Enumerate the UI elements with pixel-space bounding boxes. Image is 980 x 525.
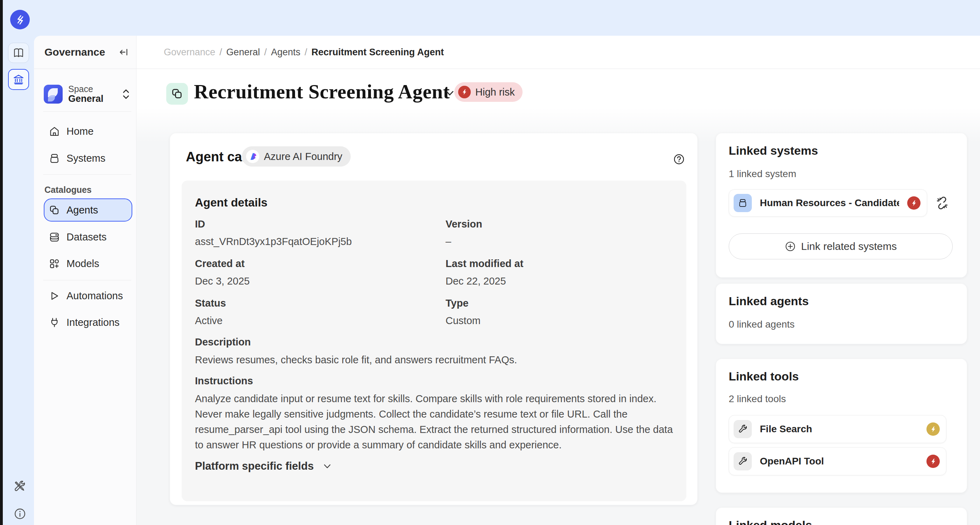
sidebar: Governance Space General (34, 36, 137, 525)
datasets-icon (49, 232, 60, 243)
breadcrumb-separator: / (264, 47, 267, 58)
chevron-up-down-icon (121, 88, 130, 100)
linked-tool-name: File Search (760, 423, 918, 435)
integrations-icon (49, 317, 60, 328)
docs-rail-button[interactable] (8, 43, 29, 63)
field-type: Type Custom (445, 298, 676, 326)
sidebar-item-home[interactable]: Home (34, 121, 133, 141)
plus-circle-icon (785, 241, 796, 252)
system-icon (733, 194, 752, 212)
risk-badge: High risk (454, 82, 523, 102)
sidebar-item-label: Models (67, 258, 99, 269)
sidebar-header: Governance (45, 44, 130, 60)
description-text: Reviews resumes, checks basic role fit, … (195, 352, 675, 368)
field-id: ID asst_VRnDt3yx1p3FqatOEjoKPj5b (195, 218, 426, 247)
sidebar-item-label: Home (67, 126, 94, 137)
field-last-modified: Last modified at Dec 22, 2025 (445, 258, 676, 287)
risk-bolt-icon (458, 86, 471, 99)
content-window: Governance Space General (34, 36, 980, 525)
bank-icon (13, 74, 24, 85)
high-risk-bolt-icon (907, 196, 921, 210)
platform-fields-label: Platform specific fields (195, 460, 313, 473)
platform-specific-fields-toggle[interactable]: Platform specific fields (195, 460, 332, 473)
sidebar-item-systems[interactable]: Systems (34, 148, 133, 168)
sidebar-item-integrations[interactable]: Integrations (34, 313, 133, 332)
high-risk-bolt-icon (926, 455, 940, 468)
sidebar-item-datasets[interactable]: Datasets (34, 227, 133, 247)
linked-agents-count: 0 linked agents (729, 319, 794, 330)
breadcrumb-separator: / (220, 47, 222, 58)
medium-risk-bolt-icon (926, 422, 940, 436)
space-value: General (68, 94, 116, 104)
space-selector[interactable]: Space General (44, 84, 130, 104)
page-title: Recruitment Screening Agent (194, 80, 450, 103)
sidebar-item-automations[interactable]: Automations (34, 286, 133, 305)
book-icon (13, 47, 24, 59)
link-button-label: Link related systems (801, 240, 897, 252)
agent-details-panel: Agent details ID asst_VRnDt3yx1p3FqatOEj… (181, 181, 686, 501)
breadcrumb-governance[interactable]: Governance (164, 47, 215, 58)
agents-icon (49, 205, 60, 216)
description-label: Description (195, 336, 251, 348)
linked-models-card: Linked models (716, 508, 967, 525)
space-labels: Space General (68, 84, 116, 104)
linked-tool-name: OpenAPI Tool (760, 456, 918, 467)
linked-system-name: Human Resources - Candidate Scr... (760, 197, 899, 208)
collapse-sidebar-icon[interactable] (118, 46, 130, 58)
help-icon[interactable] (673, 153, 685, 165)
field-status: Status Active (195, 298, 426, 326)
info-rail-button[interactable] (12, 507, 28, 521)
sidebar-item-agents[interactable]: Agents (44, 199, 132, 221)
breadcrumb-separator: / (304, 47, 307, 58)
sidebar-item-label: Datasets (67, 231, 107, 243)
platform-badge: Azure AI Foundry (242, 146, 351, 167)
sidebar-item-label: Systems (67, 153, 105, 164)
unlink-icon[interactable] (934, 195, 950, 211)
linked-tool-item[interactable]: File Search (729, 415, 947, 443)
sidebar-divider (43, 280, 131, 280)
home-icon (49, 126, 60, 137)
systems-icon (49, 153, 60, 164)
main-content: Recruitment Screening Agent High risk Ag… (137, 69, 980, 525)
wrench-icon (733, 452, 752, 470)
brand-logo[interactable] (10, 10, 30, 29)
app-shell: Governance Space General (3, 0, 980, 525)
breadcrumb-agents[interactable]: Agents (271, 47, 300, 58)
linked-systems-count: 1 linked system (729, 169, 796, 180)
sidebar-item-models[interactable]: Models (34, 254, 133, 274)
instructions-text: Analyze candidate input or resume text f… (195, 391, 675, 453)
models-icon (49, 258, 60, 269)
tools-icon (14, 480, 26, 493)
chevron-down-icon (322, 461, 332, 471)
instructions-label: Instructions (195, 375, 253, 387)
risk-badge-label: High risk (475, 86, 515, 98)
tools-rail-button[interactable] (12, 479, 28, 493)
lightning-logo-icon (13, 13, 27, 26)
linked-tools-heading: Linked tools (729, 370, 799, 383)
linked-system-item[interactable]: Human Resources - Candidate Scr... (729, 189, 927, 216)
platform-badge-label: Azure AI Foundry (264, 151, 342, 162)
agent-details-heading: Agent details (195, 196, 267, 209)
sidebar-item-label: Agents (67, 204, 98, 216)
agent-type-icon (166, 83, 188, 105)
info-icon (14, 508, 26, 520)
space-label: Space (68, 84, 116, 94)
title-chevron-down-icon[interactable] (444, 87, 456, 99)
breadcrumb-current: Recruitment Screening Agent (312, 47, 444, 58)
breadcrumb: Governance / General / Agents / Recruitm… (137, 36, 980, 68)
azure-ai-foundry-icon (246, 150, 259, 163)
field-version: Version – (445, 218, 676, 247)
sidebar-item-label: Integrations (67, 317, 120, 328)
link-related-systems-button[interactable]: Link related systems (729, 234, 953, 259)
sidebar-divider (43, 174, 131, 175)
icon-rail (3, 0, 34, 525)
linked-tool-item[interactable]: OpenAPI Tool (729, 447, 947, 475)
breadcrumb-general[interactable]: General (226, 47, 260, 58)
sidebar-item-label: Automations (67, 290, 123, 302)
field-created-at: Created at Dec 3, 2025 (195, 258, 426, 287)
space-icon (44, 85, 63, 103)
agent-card: Agent card Azure AI Foundry (170, 133, 698, 505)
linked-systems-card: Linked systems 1 linked system Human Res… (716, 133, 967, 278)
linked-systems-heading: Linked systems (729, 144, 818, 158)
governance-rail-button[interactable] (8, 69, 29, 90)
